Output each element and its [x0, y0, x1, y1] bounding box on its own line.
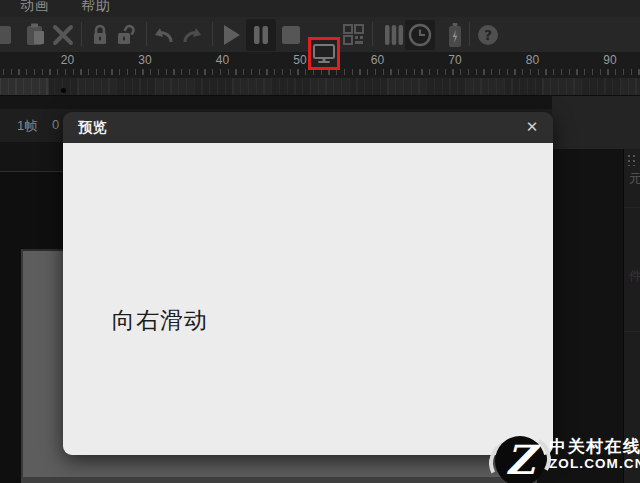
qr-code-icon[interactable]	[341, 21, 365, 48]
ruler-tick-label: 70	[448, 53, 461, 67]
selected-frames-range[interactable]	[0, 78, 49, 95]
top-right-panel	[552, 96, 640, 149]
ruler-tick-label: 50	[293, 53, 306, 67]
menu-item-help[interactable]: 帮助	[81, 0, 111, 15]
stop-icon[interactable]	[279, 21, 303, 48]
dialog-body: 向右滑动	[63, 143, 553, 455]
toolbar-separator	[146, 22, 147, 46]
menu-bar: 动画 帮助	[0, 0, 640, 17]
redo-icon[interactable]	[181, 21, 205, 48]
frame-value-label: 0	[52, 117, 59, 132]
dialog-titlebar[interactable]: 预览 ✕	[63, 112, 553, 143]
ruler-tick-label: 90	[603, 53, 616, 67]
panel-tab-label-top[interactable]: 元	[629, 170, 640, 188]
frame-count-label: 1帧	[17, 117, 37, 135]
frames-icon[interactable]	[382, 21, 406, 48]
menu-item-animation[interactable]: 动画	[20, 0, 50, 15]
ruler-tick-label: 60	[371, 53, 384, 67]
battery-icon[interactable]	[443, 21, 467, 48]
drag-grip-icon[interactable]	[627, 154, 637, 166]
stage-bottom-edge	[21, 477, 537, 483]
ruler-tick-label: 40	[216, 53, 229, 67]
preview-monitor-icon-highlighted[interactable]	[308, 37, 340, 70]
ruler-tick-label: 80	[526, 53, 539, 67]
lock-icon[interactable]	[88, 21, 112, 48]
copy-icon[interactable]	[0, 21, 15, 48]
close-icon[interactable]: ✕	[522, 117, 542, 137]
ruler-tick-label: 20	[61, 53, 74, 67]
zol-logo-icon: Z	[495, 436, 545, 483]
delete-icon[interactable]	[51, 21, 75, 48]
timeline-lower-strip	[0, 96, 640, 109]
toolbar-separator	[212, 22, 213, 46]
preview-dialog: 预览 ✕ 向右滑动	[63, 112, 553, 455]
play-icon[interactable]	[219, 21, 243, 48]
undo-icon[interactable]	[151, 21, 175, 48]
strip-divider	[624, 207, 640, 208]
ruler-tick-label: 30	[138, 53, 151, 67]
right-panel-strip[interactable]: 元 件	[623, 149, 640, 483]
toolbar-separator	[81, 22, 82, 46]
keyframe-dot[interactable]	[61, 88, 66, 93]
strip-divider	[624, 331, 640, 332]
watermark-site-name: 中关村在线	[549, 437, 640, 456]
preview-text: 向右滑动	[112, 305, 208, 336]
dialog-title: 预览	[78, 119, 108, 137]
pause-icon[interactable]	[246, 19, 276, 51]
paste-icon[interactable]	[23, 21, 47, 48]
toolbar-separator	[372, 22, 373, 46]
zol-watermark: Z 中关村在线 ZOL.COM.CN	[492, 434, 640, 483]
toolbar-separator	[469, 22, 470, 46]
unlock-icon[interactable]	[114, 21, 142, 48]
clock-icon[interactable]	[405, 20, 435, 50]
panel-tab-label-bottom[interactable]: 件	[629, 267, 640, 285]
help-icon[interactable]: ?	[476, 21, 500, 48]
frames-track[interactable]	[0, 78, 640, 96]
watermark-site-url: ZOL.COM.CN	[549, 456, 640, 471]
toolbar: ?	[0, 17, 640, 53]
zol-logo-letter: Z	[505, 436, 534, 483]
svg-text:?: ?	[484, 27, 492, 43]
